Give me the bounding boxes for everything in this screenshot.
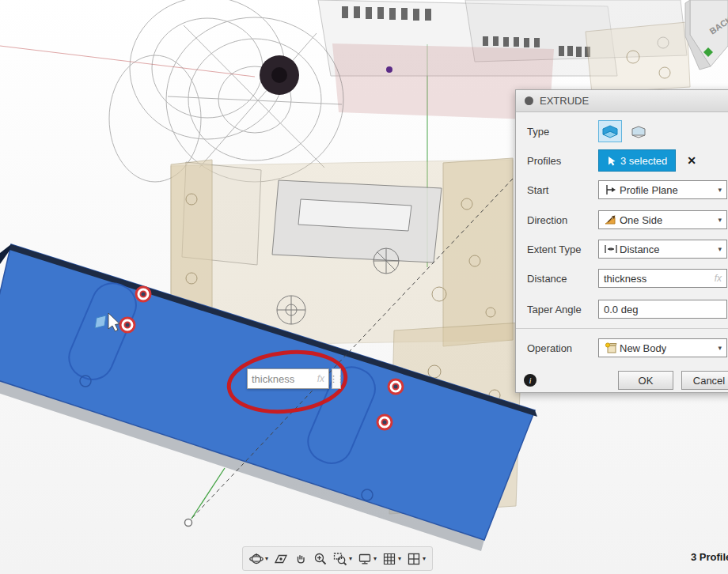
- distance-row: Distance thickness fx: [516, 266, 728, 290]
- navigation-toolbar: [242, 546, 433, 571]
- cancel-button[interactable]: Cancel: [681, 371, 728, 390]
- orbit-icon: [249, 552, 264, 566]
- ok-button[interactable]: OK: [618, 371, 673, 390]
- profiles-label: Profiles: [527, 155, 598, 167]
- extrude-thin-icon: [629, 123, 648, 140]
- dialog-command-icon: [525, 96, 533, 105]
- taper-angle-input[interactable]: 0.0 deg: [598, 300, 727, 319]
- start-label: Start: [527, 184, 598, 196]
- direction-row: Direction One Side: [516, 208, 728, 232]
- operation-label: Operation: [527, 342, 598, 354]
- extent-type-label: Extent Type: [527, 244, 598, 255]
- start-row: Start Profile Plane: [516, 178, 728, 202]
- zoom-button[interactable]: [311, 550, 330, 568]
- chevron-down-icon: [398, 555, 401, 562]
- distance-extent-icon: [602, 244, 620, 254]
- dialog-footer: OK Cancel: [516, 370, 728, 391]
- fit-button[interactable]: [331, 550, 355, 568]
- extent-type-row: Extent Type Distance: [516, 237, 728, 261]
- taper-angle-row: Taper Angle 0.0 deg: [516, 297, 728, 321]
- extrude-thin-type-button[interactable]: [627, 120, 650, 142]
- fx-icon: fx: [317, 373, 324, 384]
- one-side-icon: [602, 214, 620, 225]
- extrude-dialog: EXTRUDE Type Profiles: [515, 89, 728, 393]
- selection-status-text: 3 Profiles: [691, 551, 728, 563]
- application-window: BACK thickness fx EXTRUDE Type: [0, 0, 728, 574]
- viewports-button[interactable]: [404, 550, 428, 568]
- distance-value: thickness: [604, 273, 646, 285]
- chevron-down-icon: [715, 186, 725, 194]
- display-settings-button[interactable]: [355, 550, 379, 568]
- direction-dropdown[interactable]: One Side: [598, 210, 727, 229]
- select-cursor-icon: [607, 156, 616, 166]
- start-value: Profile Plane: [620, 184, 678, 196]
- operation-dropdown[interactable]: New Body: [598, 338, 727, 357]
- chevron-down-icon: [349, 555, 352, 562]
- distance-input[interactable]: thickness fx: [598, 269, 727, 288]
- type-row: Type: [516, 119, 728, 143]
- pan-icon: [294, 552, 308, 566]
- zoom-icon: [313, 552, 328, 566]
- fit-icon: [333, 552, 347, 566]
- fx-icon: fx: [715, 273, 722, 284]
- profiles-selected-button[interactable]: 3 selected: [598, 149, 676, 172]
- chevron-down-icon: [715, 245, 725, 253]
- extent-type-value: Distance: [620, 244, 660, 255]
- display-settings-icon: [358, 552, 372, 566]
- new-body-icon: [602, 342, 620, 353]
- direction-label: Direction: [527, 214, 598, 226]
- profile-plane-icon: [602, 184, 620, 195]
- look-at-button[interactable]: [271, 550, 290, 568]
- operation-value: New Body: [620, 342, 666, 354]
- dialog-separator: [516, 328, 728, 329]
- view-cube[interactable]: BACK: [685, 0, 728, 70]
- clear-selection-icon[interactable]: [687, 154, 696, 167]
- type-label: Type: [527, 126, 598, 138]
- orbit-button[interactable]: [247, 550, 271, 568]
- distance-label: Distance: [527, 273, 598, 285]
- distance-floating-input[interactable]: thickness fx: [247, 368, 329, 389]
- viewports-icon: [407, 552, 421, 566]
- chevron-down-icon: [715, 216, 725, 224]
- profiles-row: Profiles 3 selected: [516, 149, 728, 172]
- taper-angle-label: Taper Angle: [527, 304, 598, 315]
- taper-angle-value: 0.0 deg: [604, 304, 638, 315]
- floating-input-value: thickness: [252, 373, 294, 385]
- look-at-icon: [274, 552, 288, 566]
- grid-and-snaps-button[interactable]: [380, 550, 404, 568]
- dialog-header[interactable]: EXTRUDE: [516, 90, 728, 112]
- chevron-down-icon: [423, 555, 426, 562]
- floating-input-drag-handle[interactable]: [332, 368, 341, 389]
- pan-button[interactable]: [291, 550, 310, 568]
- extrude-solid-type-button[interactable]: [598, 120, 622, 142]
- direction-value: One Side: [620, 214, 662, 226]
- grid-and-snaps-icon: [382, 552, 396, 566]
- chevron-down-icon: [265, 555, 268, 562]
- chevron-down-icon: [373, 555, 377, 562]
- profiles-selected-count: 3 selected: [620, 155, 667, 167]
- dialog-title: EXTRUDE: [540, 95, 589, 107]
- operation-row: Operation New Body: [516, 336, 728, 360]
- chevron-down-icon: [715, 344, 725, 352]
- extent-type-dropdown[interactable]: Distance: [598, 240, 727, 259]
- start-dropdown[interactable]: Profile Plane: [598, 180, 727, 199]
- info-icon[interactable]: [524, 374, 537, 387]
- extrude-solid-icon: [601, 123, 620, 140]
